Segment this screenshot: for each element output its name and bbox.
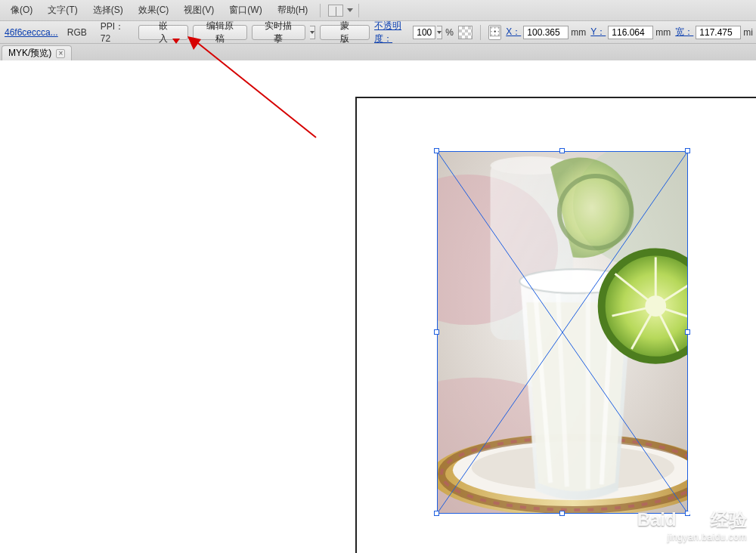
x-unit: mm bbox=[571, 27, 586, 38]
menu-type[interactable]: 文字(T) bbox=[40, 1, 85, 20]
svg-point-5 bbox=[494, 30, 495, 32]
width: 宽： 117.475 mi bbox=[675, 26, 753, 39]
menu-select[interactable]: 选择(S) bbox=[85, 1, 131, 20]
w-label[interactable]: 宽： bbox=[675, 26, 693, 39]
menu-separator bbox=[320, 4, 321, 17]
x-position: X： 100.365 mm bbox=[506, 26, 586, 39]
menu-image[interactable]: 像(O) bbox=[3, 1, 40, 20]
placed-image[interactable] bbox=[437, 151, 688, 514]
color-mode-label: RGB bbox=[63, 27, 91, 38]
document-tab-label: MYK/预览) bbox=[8, 47, 51, 60]
selection-handle-w[interactable] bbox=[434, 329, 439, 335]
w-input[interactable]: 117.475 bbox=[696, 26, 741, 39]
selection-handle-nw[interactable] bbox=[434, 148, 439, 153]
menu-help[interactable]: 帮助(H) bbox=[270, 1, 316, 20]
mask-button[interactable]: 蒙版 bbox=[320, 25, 370, 40]
y-label[interactable]: Y： bbox=[590, 26, 606, 39]
svg-point-7 bbox=[491, 34, 492, 36]
svg-point-9 bbox=[497, 34, 499, 36]
selection-handle-n[interactable] bbox=[559, 148, 565, 153]
control-bar: 46f6ceccca... RGB PPI：72 嵌入 编辑原稿 实时描摹 蒙版… bbox=[0, 21, 756, 44]
menu-separator bbox=[358, 4, 359, 17]
reference-point-icon[interactable] bbox=[488, 25, 501, 40]
arrange-documents-icon[interactable] bbox=[328, 5, 343, 17]
edit-original-button[interactable]: 编辑原稿 bbox=[193, 25, 246, 40]
selection-handle-se[interactable] bbox=[685, 511, 690, 516]
menu-window[interactable]: 窗口(W) bbox=[222, 1, 269, 20]
ppi-label: PPI：72 bbox=[96, 20, 134, 44]
document-tab-bar: MYK/预览) × bbox=[0, 44, 756, 60]
close-icon[interactable]: × bbox=[56, 49, 65, 58]
x-label[interactable]: X： bbox=[506, 26, 521, 39]
opacity-stepper[interactable] bbox=[437, 26, 442, 39]
menu-effect[interactable]: 效果(C) bbox=[131, 1, 177, 20]
transparency-checker-icon[interactable] bbox=[458, 26, 472, 39]
menu-bar: 像(O) 文字(T) 选择(S) 效果(C) 视图(V) 窗口(W) 帮助(H) bbox=[0, 0, 756, 21]
selection-handle-sw[interactable] bbox=[434, 511, 439, 516]
opacity-control: 不透明度： 100 % bbox=[374, 20, 454, 45]
x-input[interactable]: 100.365 bbox=[523, 26, 569, 39]
y-input[interactable]: 116.064 bbox=[608, 26, 653, 39]
document-tab[interactable]: MYK/预览) × bbox=[2, 45, 72, 60]
image-content bbox=[437, 151, 688, 514]
embed-button[interactable]: 嵌入 bbox=[138, 25, 189, 40]
control-separator bbox=[480, 25, 481, 40]
svg-point-8 bbox=[494, 34, 496, 36]
y-position: Y： 116.064 mm bbox=[590, 26, 671, 39]
svg-point-3 bbox=[497, 27, 499, 29]
svg-point-1 bbox=[491, 27, 492, 29]
svg-point-2 bbox=[494, 27, 496, 29]
svg-point-4 bbox=[491, 30, 492, 32]
opacity-label[interactable]: 不透明度： bbox=[374, 20, 411, 45]
arrange-dropdown-icon[interactable] bbox=[346, 5, 354, 16]
y-unit: mm bbox=[655, 27, 671, 38]
linked-file-name[interactable]: 46f6ceccca... bbox=[3, 27, 58, 38]
selection-handle-e[interactable] bbox=[685, 329, 690, 335]
selection-handle-ne[interactable] bbox=[685, 148, 690, 153]
live-trace-preset-dropdown[interactable] bbox=[310, 26, 315, 39]
menu-view[interactable]: 视图(V) bbox=[176, 1, 222, 20]
opacity-input[interactable]: 100 bbox=[413, 26, 435, 39]
svg-point-6 bbox=[497, 30, 499, 32]
percent-sign: % bbox=[445, 27, 454, 38]
live-trace-button[interactable]: 实时描摹 bbox=[252, 25, 305, 40]
selection-handle-s[interactable] bbox=[559, 511, 565, 516]
w-unit: mi bbox=[743, 27, 753, 38]
